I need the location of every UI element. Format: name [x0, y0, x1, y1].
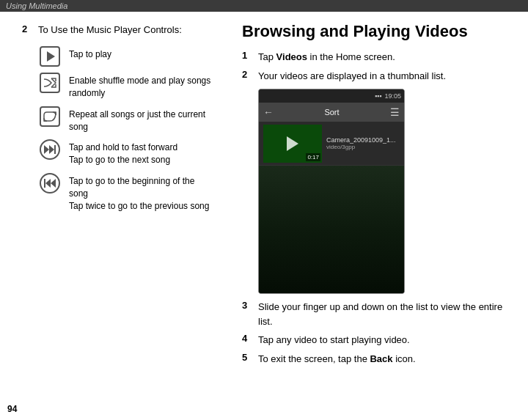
right-step-3-row: 3 Slide your finger up and down on the l… — [242, 300, 513, 328]
shuffle-icon-box — [38, 73, 62, 92]
page-header: Using Multimedia — [0, 0, 528, 12]
right-step-4-num: 4 — [242, 333, 258, 344]
right-step-2-text: Your videos are displayed in a thumbnail… — [258, 69, 446, 84]
play-icon — [40, 46, 60, 67]
icon-list: Tap to play — [38, 47, 213, 212]
rew-icon-box — [38, 174, 62, 193]
step-2-row: 2 To Use the Music Player Controls: — [22, 23, 213, 37]
right-step-3-num: 3 — [242, 300, 258, 311]
phone-video-type: video/3gpp — [326, 144, 396, 150]
svg-marker-6 — [45, 179, 51, 188]
section-title: Browsing and Playing Videos — [242, 22, 513, 41]
page-number: 94 — [7, 404, 17, 414]
icon-row-shuffle: Enable shuffle mode and play songs rando… — [38, 73, 213, 100]
phone-video-play-icon — [287, 136, 298, 151]
page-body: 2 To Use the Music Player Controls: Tap … — [0, 12, 528, 382]
svg-rect-4 — [44, 179, 45, 188]
right-step-5-text: To exit the screen, tap the Back icon. — [258, 352, 416, 366]
svg-marker-5 — [51, 179, 56, 188]
ff-icon — [40, 139, 60, 160]
right-step-5-num: 5 — [242, 352, 258, 363]
right-step-2-num: 2 — [242, 69, 258, 80]
right-column: Browsing and Playing Videos 1 Tap Videos… — [227, 12, 528, 382]
right-step-3-text: Slide your finger up and down on the lis… — [258, 300, 513, 328]
status-time: 19:05 — [384, 92, 401, 100]
icon-row-repeat: Repeat all songs or just the current son… — [38, 107, 213, 133]
phone-video-thumbnail: 0:17 — [263, 125, 322, 163]
phone-video-item: 0:17 Camera_20091009_1... video/3gpp — [259, 122, 404, 166]
repeat-desc: Repeat all songs or just the current son… — [69, 107, 213, 133]
rew-desc: Tap to go to the beginning of the song T… — [69, 174, 213, 212]
right-step-2-row: 2 Your videos are displayed in a thumbna… — [242, 69, 513, 84]
phone-toolbar: ← Sort ☰ — [259, 103, 404, 122]
sort-label: Sort — [324, 108, 339, 117]
ff-icon-box — [38, 140, 62, 159]
right-step-1-text: Tap Videos in the Home screen. — [258, 50, 395, 65]
icon-row-rew: Tap to go to the beginning of the song T… — [38, 174, 213, 212]
play-desc: Tap to play — [69, 47, 111, 61]
repeat-icon — [40, 106, 60, 127]
phone-video-duration: 0:17 — [306, 153, 320, 161]
right-step-4-row: 4 Tap any video to start playing video. — [242, 333, 513, 347]
svg-marker-1 — [44, 145, 49, 154]
left-column: 2 To Use the Music Player Controls: Tap … — [0, 12, 227, 382]
icon-row-ff: Tap and hold to fast forward Tap to go t… — [38, 140, 213, 166]
rew-icon — [40, 173, 60, 194]
shuffle-desc: Enable shuffle mode and play songs rando… — [69, 73, 213, 100]
back-bold: Back — [370, 353, 392, 364]
header-title: Using Multimedia — [6, 1, 67, 10]
phone-video-name: Camera_20091009_1... — [326, 136, 396, 144]
right-step-4-text: Tap any video to start playing video. — [258, 333, 410, 347]
phone-status-bar: ▪▪▪ 19:05 — [259, 89, 404, 103]
right-step-5-row: 5 To exit the screen, tap the Back icon. — [242, 352, 513, 366]
svg-rect-3 — [54, 145, 56, 154]
right-step-1-row: 1 Tap Videos in the Home screen. — [242, 50, 513, 65]
videos-bold: Videos — [276, 51, 307, 62]
phone-screenshot: ▪▪▪ 19:05 ← Sort ☰ 0:17 Camera_20091009_… — [258, 89, 405, 294]
shuffle-icon — [40, 73, 60, 93]
right-step-1-num: 1 — [242, 50, 258, 61]
phone-menu-icon: ☰ — [390, 106, 400, 118]
icon-row-play: Tap to play — [38, 47, 213, 66]
play-icon-box — [38, 47, 62, 66]
step-2-number: 2 — [22, 23, 38, 34]
repeat-icon-box — [38, 107, 62, 126]
svg-marker-2 — [49, 145, 54, 154]
phone-content-area — [259, 166, 404, 293]
battery-icon: ▪▪▪ — [375, 92, 382, 100]
step-2-text: To Use the Music Player Controls: — [38, 23, 182, 37]
phone-back-icon: ← — [263, 106, 274, 118]
phone-video-info: Camera_20091009_1... video/3gpp — [326, 136, 396, 150]
ff-desc: Tap and hold to fast forward Tap to go t… — [69, 140, 177, 166]
